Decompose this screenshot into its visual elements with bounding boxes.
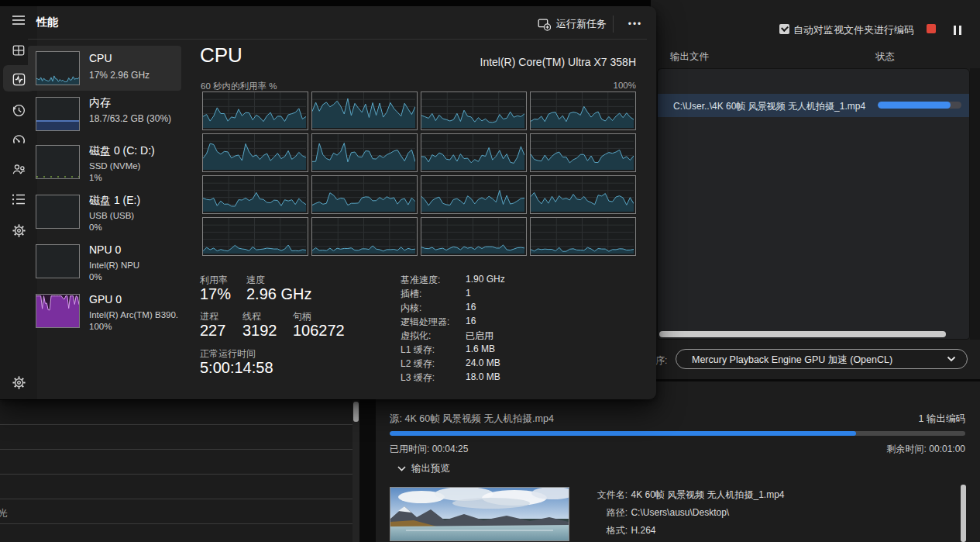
- cpu-model: Intel(R) Core(TM) Ultra X7 358H: [480, 56, 637, 68]
- cpu-core-graph: [530, 91, 636, 130]
- card-title: CPU: [89, 52, 112, 64]
- stat-value: 1: [466, 288, 471, 299]
- header-divider: [28, 39, 647, 40]
- card-title: 内存: [89, 96, 111, 110]
- disk0-mini-graph: [36, 145, 80, 179]
- handles-value: 106272: [293, 322, 345, 340]
- cpu-core-graph: [530, 175, 636, 214]
- clipped-row-label: 光: [0, 507, 8, 520]
- queue-row-progress: [878, 102, 961, 109]
- perf-card-disk1[interactable]: 磁盘 1 (E:) USB (USB) 0%: [28, 191, 181, 234]
- watch-folder-checkbox[interactable]: [779, 24, 789, 34]
- details-icon[interactable]: [10, 191, 27, 208]
- perf-card-disk0[interactable]: 磁盘 0 (C: D:) SSD (NVMe) 1%: [28, 141, 181, 185]
- cpu-core-graph: [202, 175, 308, 214]
- queue-row-output-file: C:\User..\4K 60帧 风景视频 无人机拍摄_1.mp4: [673, 100, 865, 113]
- screen: 自动对监视文件夹进行编码 输出文件 状态 C:\User..\4K 60帧 风景…: [0, 0, 980, 542]
- perf-card-gpu0[interactable]: GPU 0 Intel(R) Arc(TM) B390. 100%: [28, 290, 181, 333]
- cpu-core-graph: [530, 217, 636, 256]
- stop-button[interactable]: [927, 24, 936, 33]
- stat-label: 插槽:: [401, 288, 464, 301]
- stat-label: L2 缓存:: [401, 357, 464, 371]
- remaining-time: 剩余时间: 00:01:00: [887, 443, 965, 456]
- card-subtitle: 17% 2.96 GHz: [89, 70, 150, 81]
- npu-mini-graph: [36, 244, 80, 278]
- perf-card-memory[interactable]: 内存 18.7/63.2 GB (30%): [28, 93, 181, 135]
- threads-value: 3192: [242, 322, 277, 340]
- detail-label: 文件名:: [581, 488, 628, 502]
- card-subtitle2: 100%: [89, 322, 112, 331]
- new-task-icon: [538, 18, 551, 31]
- memory-mini-graph: [36, 97, 80, 131]
- card-subtitle2: 0%: [89, 272, 102, 281]
- disk1-mini-graph: [36, 195, 80, 229]
- services-icon[interactable]: [10, 222, 27, 239]
- toolbar-divider: [613, 16, 614, 33]
- cpu-core-graph: [202, 91, 308, 130]
- stat-value: 16: [466, 316, 476, 326]
- detail-label: 格式:: [581, 524, 628, 537]
- startup-apps-icon[interactable]: [10, 131, 27, 148]
- cpu-core-graph: [311, 91, 418, 130]
- settings-gear-icon[interactable]: [10, 374, 27, 391]
- card-subtitle: 18.7/63.2 GB (30%): [89, 113, 171, 124]
- users-icon[interactable]: [10, 161, 27, 178]
- cpu-mini-graph: [36, 51, 80, 85]
- output-preview-thumbnail: [390, 487, 569, 541]
- encoding-progress: [390, 431, 965, 436]
- card-title: 磁盘 1 (E:): [89, 194, 140, 208]
- cpu-core-graph: [311, 133, 418, 172]
- checkmark-icon: [781, 24, 789, 32]
- perf-card-cpu[interactable]: CPU 17% 2.96 GHz: [28, 46, 181, 91]
- queue-horizontal-scrollbar[interactable]: [659, 331, 968, 337]
- page-title: 性能: [36, 16, 58, 29]
- stat-value: 已启用: [466, 330, 493, 343]
- processes-icon[interactable]: [10, 42, 27, 59]
- menu-icon[interactable]: [10, 12, 27, 29]
- stat-label: 内核:: [401, 302, 464, 315]
- column-status: 状态: [875, 50, 895, 64]
- panel-gap: [359, 400, 376, 542]
- left-panel-scrollbar[interactable]: [352, 400, 359, 542]
- stat-value: 1.90 GHz: [466, 274, 505, 285]
- stat-label: 虚拟化:: [401, 330, 464, 343]
- panel-divider: [656, 379, 980, 381]
- cpu-core-graph: [202, 133, 308, 172]
- cpu-core-graph: [421, 133, 527, 172]
- card-subtitle: Intel(R) Arc(TM) B390.: [89, 310, 178, 319]
- output-preview-toggle[interactable]: 输出预览: [411, 462, 450, 475]
- cpu-core-graph: [421, 175, 527, 214]
- run-new-task-button[interactable]: 运行新任务: [533, 14, 611, 34]
- stat-value: 16: [466, 302, 476, 312]
- right-panel-scrollbar[interactable]: [961, 485, 966, 542]
- detail-value: 4K 60帧 风景视频 无人机拍摄_1.mp4: [631, 489, 784, 500]
- renderer-dropdown[interactable]: Mercury Playback Engine GPU 加速 (OpenCL): [676, 349, 968, 369]
- card-subtitle: USB (USB): [89, 211, 134, 220]
- encoding-progress-fill: [390, 431, 856, 436]
- detail-value: H.264: [631, 525, 655, 536]
- stat-label: 逻辑处理器:: [401, 316, 464, 329]
- perf-card-npu0[interactable]: NPU 0 Intel(R) NPU 0%: [28, 240, 181, 284]
- stat-value: 24.0 MB: [466, 357, 500, 368]
- card-subtitle2: 1%: [89, 173, 102, 182]
- queue-row[interactable]: C:\User..\4K 60帧 风景视频 无人机拍摄_1.mp4: [658, 94, 969, 117]
- landscape-image: [390, 488, 569, 540]
- graph-caption-left: 60 秒内的利用率 %: [201, 81, 277, 92]
- gpu-mini-graph: [36, 294, 80, 328]
- queue-row-progress-fill: [878, 102, 951, 109]
- chevron-down-icon[interactable]: [397, 466, 406, 471]
- cpu-usage-value: 17%: [200, 285, 231, 303]
- card-subtitle: SSD (NVMe): [89, 161, 140, 171]
- cpu-core-graph: [311, 175, 418, 214]
- stat-value: 1.6 MB: [466, 343, 495, 354]
- cpu-core-graph: [311, 217, 418, 256]
- scrollbar-thumb[interactable]: [353, 402, 359, 422]
- watch-folder-label: 自动对监视文件夹进行编码: [793, 23, 914, 37]
- app-history-icon[interactable]: [10, 102, 27, 119]
- encoding-source: 源: 4K 60帧 风景视频 无人机拍摄.mp4: [390, 413, 554, 426]
- pause-button[interactable]: [952, 24, 963, 38]
- cpu-core-graph: [530, 133, 636, 172]
- performance-icon[interactable]: [10, 71, 27, 88]
- encode-queue-panel: C:\User..\4K 60帧 风景视频 无人机拍摄_1.mp4: [657, 68, 970, 340]
- more-options-button[interactable]: •••: [620, 14, 651, 34]
